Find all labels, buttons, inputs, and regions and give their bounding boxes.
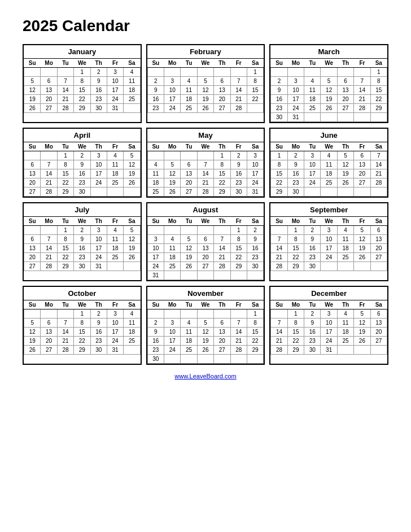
- day-cell: 9: [271, 86, 287, 95]
- day-cell: 7: [41, 235, 57, 244]
- day-cell: 30: [74, 262, 90, 271]
- day-cell: [304, 187, 321, 197]
- day-header-we: We: [321, 142, 337, 151]
- day-cell: 4: [181, 77, 197, 86]
- day-cell: 10: [90, 235, 107, 244]
- day-header-fr: Fr: [107, 300, 123, 309]
- day-cell: 20: [370, 328, 387, 337]
- table-row: 567891011: [24, 319, 141, 328]
- day-cell: 27: [214, 104, 230, 113]
- day-header-th: Th: [90, 59, 107, 68]
- day-cell: 9: [90, 77, 107, 86]
- day-cell: 29: [287, 262, 304, 271]
- day-cell: 11: [147, 169, 164, 178]
- month-title-september: September: [270, 203, 387, 217]
- day-cell: 14: [57, 86, 73, 95]
- day-cell: 18: [147, 178, 164, 187]
- day-cell: 9: [304, 319, 321, 328]
- day-cell: 11: [107, 235, 123, 244]
- day-cell: 19: [24, 337, 41, 346]
- day-cell: [164, 355, 181, 364]
- day-cell: 10: [287, 86, 304, 95]
- day-cell: 14: [370, 160, 387, 169]
- day-header-mo: Mo: [41, 300, 57, 309]
- day-header-th: Th: [337, 217, 353, 226]
- day-cell: 26: [181, 262, 197, 271]
- day-header-su: Su: [147, 300, 164, 309]
- day-header-tu: Tu: [181, 217, 197, 226]
- day-cell: 22: [214, 178, 230, 187]
- table-row: 13141516171819: [24, 169, 141, 178]
- day-header-mo: Mo: [41, 59, 57, 68]
- table-row: 3031: [271, 113, 387, 122]
- day-cell: 12: [24, 86, 41, 95]
- day-cell: 14: [230, 86, 247, 95]
- day-cell: 8: [287, 235, 304, 244]
- day-cell: 16: [90, 328, 107, 337]
- day-cell: 4: [181, 319, 197, 328]
- day-cell: 11: [164, 244, 181, 253]
- day-cell: 30: [90, 104, 107, 113]
- day-cell: 5: [181, 235, 197, 244]
- day-cell: [181, 271, 197, 280]
- day-cell: 19: [124, 169, 140, 178]
- day-cell: 8: [247, 319, 263, 328]
- table-row: 10111213141516: [147, 244, 264, 253]
- day-cell: 13: [41, 328, 57, 337]
- day-cell: 24: [107, 95, 123, 104]
- day-cell: [164, 309, 181, 319]
- day-cell: [247, 271, 263, 280]
- day-cell: 23: [287, 178, 304, 187]
- day-cell: 16: [304, 328, 321, 337]
- day-cell: 9: [230, 160, 247, 169]
- day-cell: 1: [74, 309, 90, 319]
- day-cell: 22: [247, 337, 263, 346]
- day-cell: 13: [214, 328, 230, 337]
- day-cell: [197, 355, 213, 364]
- day-header-we: We: [197, 59, 213, 68]
- day-cell: [321, 68, 337, 77]
- day-cell: 25: [321, 178, 337, 187]
- month-block-december: DecemberSuMoTuWeThFrSa123456789101112131…: [269, 286, 388, 365]
- day-cell: 15: [247, 86, 263, 95]
- day-cell: 10: [321, 319, 337, 328]
- table-row: 23242526272829: [271, 104, 387, 113]
- day-cell: 9: [147, 86, 164, 95]
- day-cell: 24: [321, 253, 337, 262]
- day-cell: [354, 68, 370, 77]
- day-cell: 24: [287, 104, 304, 113]
- day-cell: 13: [181, 169, 197, 178]
- day-header-th: Th: [337, 300, 353, 309]
- day-cell: 22: [271, 178, 287, 187]
- day-cell: 19: [181, 253, 197, 262]
- day-cell: [197, 151, 213, 160]
- day-cell: 22: [230, 253, 247, 262]
- day-cell: 19: [337, 169, 353, 178]
- day-cell: 6: [337, 77, 353, 86]
- day-header-we: We: [74, 300, 90, 309]
- day-header-sa: Sa: [124, 217, 140, 226]
- day-cell: 7: [230, 77, 247, 86]
- day-cell: 17: [247, 169, 263, 178]
- footer-link[interactable]: www.LeaveBoard.com: [23, 373, 388, 380]
- day-cell: 17: [90, 169, 107, 178]
- day-cell: 22: [287, 253, 304, 262]
- day-cell: 12: [337, 160, 353, 169]
- month-block-june: JuneSuMoTuWeThFrSa1234567891011121314151…: [269, 128, 388, 198]
- day-cell: 9: [247, 235, 263, 244]
- day-cell: 26: [197, 346, 213, 355]
- table-row: 12131415161718: [24, 328, 141, 337]
- day-cell: 10: [164, 86, 181, 95]
- day-cell: [214, 309, 230, 319]
- day-cell: 5: [124, 226, 140, 235]
- day-header-mo: Mo: [41, 142, 57, 151]
- day-cell: [354, 346, 370, 355]
- day-cell: 27: [370, 253, 387, 262]
- day-cell: 21: [57, 337, 73, 346]
- day-cell: 23: [74, 253, 90, 262]
- day-cell: 14: [271, 328, 287, 337]
- day-cell: 17: [321, 328, 337, 337]
- day-cell: [287, 68, 304, 77]
- day-cell: 19: [321, 95, 337, 104]
- day-cell: 19: [24, 95, 41, 104]
